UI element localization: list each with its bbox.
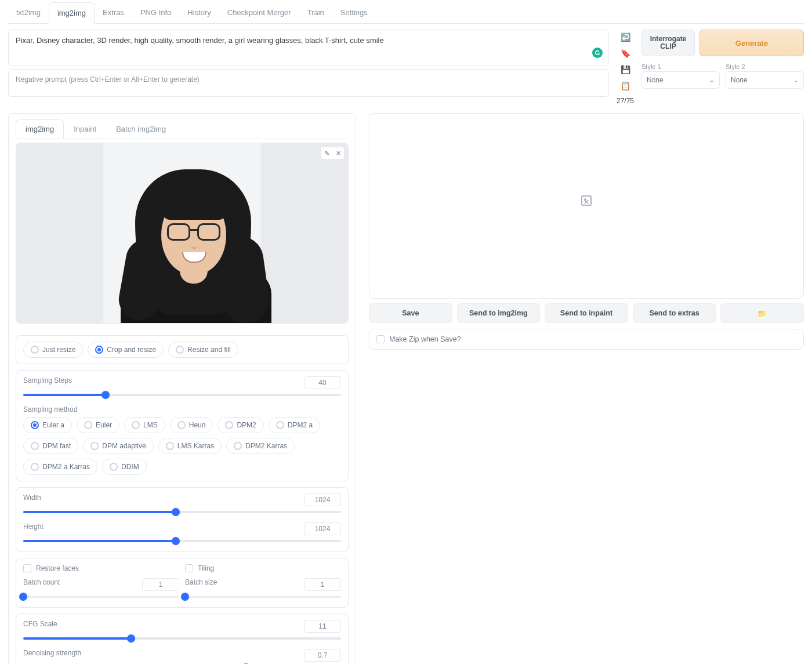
grammarly-icon[interactable]: G	[592, 48, 603, 58]
clipboard-icon[interactable]: 📋	[619, 79, 632, 92]
send-to-extras-button[interactable]: Send to extras	[633, 303, 716, 323]
batchcount-label: Batch count	[23, 578, 134, 586]
negative-prompt-input[interactable]: Negative prompt (press Ctrl+Enter or Alt…	[8, 69, 609, 97]
batchsize-label: Batch size	[185, 578, 296, 586]
cfg-slider[interactable]	[23, 633, 341, 643]
cfg-value[interactable]: 11	[304, 620, 341, 633]
subtab-img2img[interactable]: img2img	[16, 119, 64, 139]
sampler-dpm2karras[interactable]: DPM2 Karras	[226, 438, 295, 454]
subtab-inpaint[interactable]: Inpaint	[64, 119, 106, 139]
prompt-text: Pixar, Disney character, 3D render, high…	[16, 36, 384, 45]
send-to-img2img-button[interactable]: Send to img2img	[457, 303, 541, 323]
sampler-dpm2a[interactable]: DPM2 a	[269, 417, 320, 433]
batchsize-value[interactable]: 1	[304, 578, 341, 591]
cfg-label: CFG Scale	[23, 620, 296, 628]
batchcount-slider[interactable]	[23, 591, 179, 601]
sampling-method-radio: Euler a Euler LMS Heun DPM2 DPM2 a DPM f…	[23, 417, 341, 475]
tab-img2img[interactable]: img2img	[49, 2, 95, 24]
photo-preview	[16, 143, 348, 323]
generate-button[interactable]: Generate	[699, 30, 804, 56]
denoise-value[interactable]: 0.7	[304, 649, 341, 662]
prompt-tool-column: ↩️ 🔖 💾 📋 27/75	[615, 31, 636, 105]
style1-label: Style 1	[641, 63, 720, 70]
sampler-lms[interactable]: LMS	[124, 417, 165, 433]
sampler-dpm2[interactable]: DPM2	[217, 417, 263, 433]
tab-settings[interactable]: Settings	[332, 2, 376, 23]
tab-pnginfo[interactable]: PNG Info	[132, 2, 179, 23]
tab-extras[interactable]: Extras	[95, 2, 132, 23]
height-slider[interactable]	[23, 535, 341, 546]
chevron-down-icon: ⌄	[709, 76, 715, 84]
batchsize-slider[interactable]	[185, 591, 341, 601]
save-icon[interactable]: 💾	[619, 63, 632, 76]
steps-label: Sampling Steps	[23, 376, 296, 384]
steps-value[interactable]: 40	[304, 376, 341, 389]
sampler-euler[interactable]: Euler	[77, 417, 119, 433]
denoise-label: Denoising strength	[23, 649, 296, 657]
sampler-dpmadaptive[interactable]: DPM adaptive	[83, 438, 153, 454]
width-slider[interactable]	[23, 506, 341, 517]
batchcount-value[interactable]: 1	[142, 578, 179, 591]
denoise-slider[interactable]	[23, 662, 341, 664]
sampler-euler-a[interactable]: Euler a	[23, 417, 72, 433]
style1-select[interactable]: None⌄	[641, 71, 720, 89]
input-image[interactable]: ✎ ✕	[16, 143, 349, 324]
sampler-dpmfast[interactable]: DPM fast	[23, 438, 78, 454]
tab-txt2img[interactable]: txt2img	[8, 2, 49, 23]
tiling-checkbox[interactable]: Tiling	[185, 564, 341, 572]
sampling-label: Sampling method	[23, 405, 341, 413]
sampler-dpm2akarras[interactable]: DPM2 a Karras	[23, 459, 97, 475]
restore-faces-checkbox[interactable]: Restore faces	[23, 564, 179, 572]
image-placeholder-icon	[581, 195, 592, 206]
prompt-input[interactable]: Pixar, Disney character, 3D render, high…	[8, 30, 609, 66]
arrow-icon[interactable]: ↩️	[619, 31, 632, 43]
resize-crop[interactable]: Crop and resize	[88, 342, 164, 358]
tab-history[interactable]: History	[179, 2, 219, 23]
open-folder-button[interactable]: 📁	[720, 303, 804, 323]
sampler-ddim[interactable]: DDIM	[102, 459, 147, 475]
subtab-batch[interactable]: Batch img2img	[106, 119, 176, 139]
style2-label: Style 2	[726, 63, 804, 70]
edit-icon[interactable]: ✎	[321, 148, 332, 158]
sampler-heun[interactable]: Heun	[170, 417, 213, 433]
interrogate-clip-button[interactable]: Interrogate CLIP	[641, 30, 695, 56]
send-to-inpaint-button[interactable]: Send to inpaint	[545, 303, 628, 323]
close-icon[interactable]: ✕	[333, 148, 343, 158]
resize-mode-radio: Just resize Crop and resize Resize and f…	[23, 342, 341, 358]
bookmark-icon[interactable]: 🔖	[619, 47, 632, 60]
sampler-lmskarras[interactable]: LMS Karras	[158, 438, 222, 454]
main-tabs: txt2img img2img Extras PNG Info History …	[8, 2, 804, 24]
make-zip-checkbox[interactable]: Make Zip when Save?	[369, 329, 804, 350]
width-label: Width	[23, 494, 296, 502]
width-value[interactable]: 1024	[304, 494, 341, 506]
output-preview	[369, 113, 804, 299]
style2-select[interactable]: None⌄	[726, 71, 804, 89]
subtabs: img2img Inpaint Batch img2img	[9, 114, 356, 139]
resize-fill[interactable]: Resize and fill	[168, 342, 238, 358]
tab-train[interactable]: Train	[299, 2, 332, 23]
resize-just[interactable]: Just resize	[23, 342, 83, 358]
steps-slider[interactable]	[23, 389, 341, 400]
save-button[interactable]: Save	[369, 303, 452, 323]
tab-ckptmerge[interactable]: Checkpoint Merger	[219, 2, 299, 23]
chevron-down-icon: ⌄	[793, 76, 799, 84]
height-value[interactable]: 1024	[304, 523, 341, 535]
height-label: Height	[23, 523, 296, 531]
token-count: 27/75	[617, 97, 634, 105]
